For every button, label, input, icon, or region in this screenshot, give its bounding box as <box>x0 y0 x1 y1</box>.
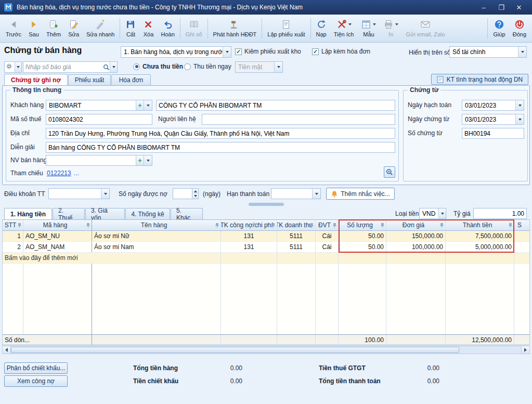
column-header[interactable]: Số lượng <box>339 220 386 230</box>
grid-cell[interactable] <box>339 253 386 263</box>
grid-cell[interactable]: 100,000.00 <box>386 242 446 252</box>
close-button[interactable]: ✕ <box>510 0 528 15</box>
pin-icon[interactable] <box>215 223 219 228</box>
payment-term-select[interactable] <box>48 188 110 199</box>
save-button[interactable]: Cất <box>122 16 139 41</box>
column-header[interactable]: Thành tiền <box>446 220 514 230</box>
column-header[interactable]: S <box>514 220 529 230</box>
tab-cost[interactable]: 3. Giá vốn <box>85 208 125 219</box>
column-header[interactable]: ĐVT <box>316 220 339 230</box>
doc-date-picker[interactable]: 03/01/2023 <box>462 114 524 125</box>
column-header[interactable]: TK công nợ/chi phí <box>221 220 277 230</box>
table-row[interactable]: 2 AO_SM_NAM Áo sơ mi Nam 131 5111 Cái 50… <box>3 242 529 253</box>
contact-input[interactable] <box>202 114 395 125</box>
salesperson-select[interactable] <box>46 155 152 166</box>
reference-link[interactable]: 0122213 <box>47 170 71 177</box>
grid-cell[interactable]: 5,000,000.00 <box>446 242 514 252</box>
scroll-left-arrow[interactable] <box>3 346 11 354</box>
tab-line-items[interactable]: 1. Hàng tiền <box>4 208 52 219</box>
grid-cell[interactable] <box>514 231 529 241</box>
with-invoice-checkbox[interactable] <box>312 48 319 55</box>
grid-cell[interactable] <box>514 242 529 252</box>
tab-tax[interactable]: 2. Thuế <box>53 208 85 219</box>
utilities-button[interactable]: Tiện ích <box>330 16 358 41</box>
add-reminder-button[interactable]: Thêm nhắc việc... <box>326 188 395 200</box>
grid-cell[interactable] <box>386 253 446 263</box>
help-button[interactable]: Giúp <box>489 16 509 41</box>
pin-icon[interactable] <box>380 223 385 228</box>
prev-button[interactable]: Trước <box>2 16 25 41</box>
grid-cell[interactable] <box>221 253 277 263</box>
tax-code-input[interactable] <box>46 114 152 125</box>
close-doc-button[interactable]: Đóng <box>509 16 530 41</box>
pin-icon[interactable] <box>17 223 22 228</box>
due-date-select[interactable] <box>271 188 321 199</box>
spin-up-icon[interactable] <box>192 189 198 194</box>
grid-cell[interactable]: 2 <box>3 242 23 252</box>
grid-cell[interactable]: 1 <box>3 231 23 241</box>
delete-button[interactable]: Xóa <box>139 16 157 41</box>
add-row-hint[interactable]: Bấm vào đây để thêm mới <box>3 253 221 263</box>
add-customer-icon[interactable] <box>136 100 144 110</box>
export-slip-checkbox[interactable] <box>235 48 242 55</box>
tab-statistics[interactable]: 4. Thống kê <box>125 208 170 219</box>
debt-days-stepper[interactable] <box>173 188 199 199</box>
grid-cell[interactable]: Áo sơ mi Nữ <box>92 231 221 241</box>
pin-icon[interactable] <box>86 223 90 228</box>
horizontal-scrollbar[interactable] <box>2 346 530 354</box>
grid-cell[interactable]: 5111 <box>277 242 316 252</box>
reference-more-link[interactable]: ... <box>74 170 79 177</box>
tab-invoice[interactable]: Hóa đơn <box>111 74 151 85</box>
doc-type-select[interactable]: 1. Bán hàng hóa, dịch vụ trong nước <box>121 46 231 58</box>
not-paid-radio[interactable] <box>133 63 140 70</box>
address-input[interactable] <box>46 128 395 139</box>
reload-button[interactable]: Nạp <box>313 16 330 41</box>
tab-debit-voucher[interactable]: Chứng từ ghi nợ <box>4 74 68 85</box>
posting-date-picker[interactable]: 03/01/2023 <box>462 100 524 111</box>
column-header[interactable]: Tên hàng <box>92 220 221 230</box>
column-header[interactable]: TK doanh thu <box>277 220 316 230</box>
edit-button[interactable]: Sửa <box>64 16 83 41</box>
grid-cell[interactable]: 7,500,000.00 <box>446 231 514 241</box>
add-new-row[interactable]: Bấm vào đây để thêm mới <box>3 253 529 264</box>
paid-now-radio[interactable] <box>184 63 191 70</box>
next-button[interactable]: Sau <box>25 16 43 41</box>
grid-cell[interactable] <box>514 253 529 263</box>
grid-cell[interactable]: 50.00 <box>339 242 386 252</box>
debt-days-input[interactable] <box>173 188 192 199</box>
scrollbar-thumb[interactable] <box>11 347 459 353</box>
column-header[interactable]: STT <box>3 220 23 230</box>
grid-cell[interactable]: 5111 <box>277 231 316 241</box>
customer-name-input[interactable] <box>156 100 395 111</box>
spin-down-icon[interactable] <box>192 194 198 199</box>
display-on-select[interactable]: Sổ tài chính <box>449 46 527 58</box>
pin-icon[interactable] <box>271 223 276 228</box>
doc-no-input[interactable] <box>462 128 524 139</box>
quote-settings-select[interactable] <box>4 61 22 73</box>
pin-icon[interactable] <box>309 223 314 228</box>
column-header[interactable]: Đơn giá <box>386 220 446 230</box>
customer-code-select[interactable]: BIBOMART <box>46 100 152 111</box>
grid-cell[interactable]: Cái <box>316 231 339 241</box>
description-input[interactable] <box>46 142 395 153</box>
grid-cell[interactable]: 131 <box>221 242 277 252</box>
add-button[interactable]: Thêm <box>43 16 64 41</box>
publish-einvoice-button[interactable]: Phát hành HĐĐT <box>210 16 261 41</box>
grid-cell[interactable]: Cái <box>316 242 339 252</box>
column-header[interactable]: Mã hàng <box>23 220 92 230</box>
table-row[interactable]: 1 AO_SM_NU Áo sơ mi Nữ 131 5111 Cái 50.0… <box>3 231 529 242</box>
grid-cell[interactable] <box>277 253 316 263</box>
grid-cell[interactable]: AO_SM_NU <box>23 231 92 241</box>
grid-cell[interactable]: 131 <box>221 231 277 241</box>
minimize-button[interactable]: – <box>475 0 492 15</box>
grid-cell[interactable]: AO_SM_NAM <box>23 242 92 252</box>
grid-cell[interactable]: Áo sơ mi Nam <box>92 242 221 252</box>
splitter-handle[interactable] <box>249 203 284 206</box>
allocate-discount-button[interactable]: Phân bổ chiết khấu... <box>4 362 68 374</box>
quick-edit-button[interactable]: Sửa nhanh <box>83 16 118 41</box>
maximize-button[interactable]: ❐ <box>492 0 510 15</box>
rate-input[interactable] <box>473 208 527 219</box>
tab-export-slip[interactable]: Phiếu xuất <box>68 74 111 85</box>
template-button[interactable]: Mẫu <box>357 16 380 41</box>
quote-search-input[interactable] <box>23 62 103 72</box>
